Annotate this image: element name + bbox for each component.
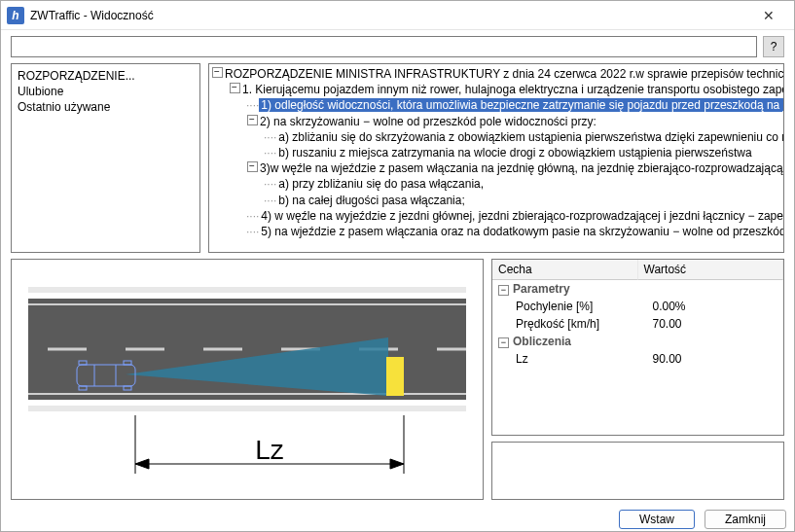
tree-node[interactable]: 5) na wjeździe z pasem włączania oraz na… <box>259 225 784 238</box>
tree-node[interactable]: b) ruszaniu z miejsca zatrzymania na wlo… <box>276 146 753 160</box>
grid-row[interactable]: Pochylenie [%] 0.00% <box>492 298 783 315</box>
app-icon: h <box>7 7 24 24</box>
dialog-buttons: Wstaw Zamknij <box>1 510 794 532</box>
app-window: h ZWTraffic - Widoczność ✕ ? ROZPORZĄDZE… <box>0 0 795 532</box>
regulation-tree[interactable]: ROZPORZĄDZENIE MINISTRA INFRASTRUKTURY z… <box>208 63 784 253</box>
window-title: ZWTraffic - Widoczność <box>30 9 749 22</box>
svg-marker-23 <box>135 459 149 469</box>
tree-node[interactable]: 1. Kierującemu pojazdem innym niż rower,… <box>240 83 784 96</box>
tree-toggle-icon[interactable] <box>246 160 258 176</box>
bottom-row: Lz Cecha Wartość −Parametry P <box>11 259 784 500</box>
insert-button[interactable]: Wstaw <box>619 510 695 529</box>
help-button[interactable]: ? <box>763 36 784 57</box>
tree-node[interactable]: b) na całej długości pasa włączania; <box>276 194 466 207</box>
grid-group-obliczenia[interactable]: −Obliczenia <box>492 333 783 350</box>
category-item[interactable]: Ulubione <box>18 84 194 99</box>
grid-value[interactable]: 90.00 <box>647 350 784 368</box>
close-button[interactable]: Zamknij <box>705 510 786 529</box>
visibility-diagram: Lz <box>18 269 476 493</box>
search-input[interactable] <box>11 36 757 57</box>
category-item[interactable]: Ostatnio używane <box>18 99 194 115</box>
collapse-icon[interactable]: − <box>498 337 509 348</box>
description-pane <box>491 442 784 500</box>
grid-header: Cecha Wartość <box>492 260 783 280</box>
tree-toggle-icon[interactable] <box>246 114 258 129</box>
grid-value[interactable]: 70.00 <box>647 315 784 333</box>
dimension-label: Lz <box>255 435 284 465</box>
category-item[interactable]: ROZPORZĄDZENIE... <box>18 68 194 84</box>
svg-rect-0 <box>28 287 466 293</box>
svg-rect-12 <box>386 357 404 396</box>
tree-node[interactable]: 4) w węźle na wyjeździe z jezdni głównej… <box>259 209 784 223</box>
tree-toggle-icon[interactable] <box>211 66 223 82</box>
grid-header-val: Wartość <box>638 260 784 280</box>
grid-value[interactable]: 0.00% <box>647 298 784 315</box>
tree-toggle-icon[interactable] <box>229 82 240 97</box>
property-grid[interactable]: Cecha Wartość −Parametry Pochylenie [%] … <box>491 259 784 436</box>
tree-node[interactable]: a) przy zbliżaniu się do pasa włączania, <box>276 177 486 191</box>
category-list[interactable]: ROZPORZĄDZENIE... Ulubione Ostatnio używ… <box>11 63 200 253</box>
grid-group-parametry[interactable]: −Parametry <box>492 280 783 298</box>
grid-row[interactable]: Prędkość [km/h] 70.00 <box>492 315 783 333</box>
grid-header-key: Cecha <box>492 260 638 280</box>
tree-node-selected[interactable]: 1) odległość widoczności, która umożliwi… <box>259 98 784 112</box>
close-icon[interactable]: ✕ <box>749 1 788 30</box>
collapse-icon[interactable]: − <box>498 285 509 296</box>
diagram-pane: Lz <box>11 259 484 500</box>
right-column: Cecha Wartość −Parametry Pochylenie [%] … <box>491 259 784 500</box>
grid-row[interactable]: Lz 90.00 <box>492 350 783 368</box>
tree-node[interactable]: a) zbliżaniu się do skrzyżowania z obowi… <box>276 130 784 144</box>
titlebar: h ZWTraffic - Widoczność ✕ <box>1 1 794 30</box>
tree-node[interactable]: 2) na skrzyżowaniu − wolne od przeszkód … <box>258 115 598 128</box>
svg-marker-24 <box>390 459 404 469</box>
search-row: ? <box>11 36 784 57</box>
tree-node[interactable]: 3)w węźle na wjeździe z pasem włączania … <box>258 161 784 175</box>
content-area: ? ROZPORZĄDZENIE... Ulubione Ostatnio uż… <box>1 30 794 510</box>
tree-node-root[interactable]: ROZPORZĄDZENIE MINISTRA INFRASTRUKTURY z… <box>223 67 784 81</box>
svg-rect-1 <box>28 406 466 411</box>
mid-row: ROZPORZĄDZENIE... Ulubione Ostatnio używ… <box>11 63 784 253</box>
